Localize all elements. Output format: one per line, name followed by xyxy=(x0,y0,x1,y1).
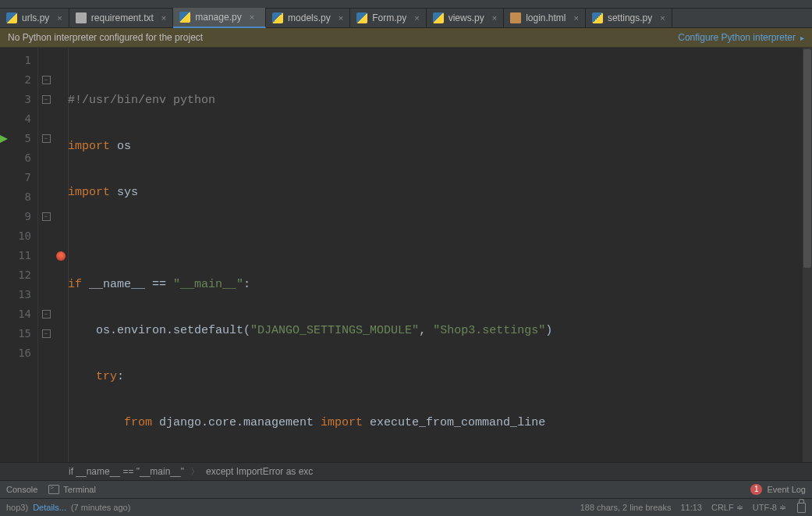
line-number: 9 xyxy=(0,207,37,226)
line-number: 10 xyxy=(0,226,37,246)
python-icon xyxy=(272,12,283,23)
python-icon xyxy=(179,12,190,23)
ide-window: urls.py × requirement.txt × manage.py × … xyxy=(0,0,812,516)
close-icon[interactable]: × xyxy=(161,13,166,23)
fold-toggle[interactable]: − xyxy=(38,90,54,109)
tab-label: requirement.txt xyxy=(91,12,154,23)
breadcrumb-segment[interactable]: if __name__ == "__main__" xyxy=(62,466,190,477)
line-number: 15 xyxy=(0,324,37,343)
line-number: 13 xyxy=(0,285,37,304)
interpreter-warning-banner: No Python interpreter configured for the… xyxy=(0,28,812,48)
code-line: os.environ.setdefault("DJANGO_SETTINGS_M… xyxy=(68,321,812,340)
terminal-tool-button[interactable]: Terminal xyxy=(48,485,96,494)
inspection-icon-column xyxy=(54,48,68,462)
line-number: 14 xyxy=(0,304,37,324)
code-line: import sys xyxy=(68,183,812,202)
line-number: 12 xyxy=(0,265,37,285)
tab-label: manage.py xyxy=(195,12,241,23)
fold-column: − − − − − − xyxy=(38,48,54,462)
editor-tabs: urls.py × requirement.txt × manage.py × … xyxy=(0,9,812,28)
svg-marker-0 xyxy=(0,135,8,143)
lock-icon[interactable] xyxy=(797,503,806,513)
selection-info: 188 chars, 2 line breaks xyxy=(580,503,672,512)
code-line: from django.core.management import execu… xyxy=(68,413,812,432)
tab-manage[interactable]: manage.py × xyxy=(173,8,266,28)
tab-form[interactable]: Form.py × xyxy=(350,9,426,27)
close-icon[interactable]: × xyxy=(573,13,578,23)
line-number: 5 xyxy=(0,129,37,148)
tab-requirement[interactable]: requirement.txt × xyxy=(69,9,173,27)
breadcrumb-segment[interactable]: except ImportError as exc xyxy=(200,466,319,477)
breadcrumb: if __name__ == "__main__" 〉 except Impor… xyxy=(0,462,812,480)
python-icon xyxy=(6,12,17,23)
line-number: 8 xyxy=(0,187,37,207)
tab-views[interactable]: views.py × xyxy=(427,9,504,27)
tab-label: models.py xyxy=(288,12,331,23)
code-line: try: xyxy=(68,367,812,386)
python-icon xyxy=(356,12,367,23)
close-icon[interactable]: × xyxy=(660,13,665,23)
scrollbar-thumb[interactable] xyxy=(803,49,811,268)
event-log-button[interactable]: Event Log xyxy=(767,485,806,494)
tab-label: settings.py xyxy=(608,12,652,23)
status-bar: hop3) Details... (7 minutes ago) 188 cha… xyxy=(0,498,812,516)
close-icon[interactable]: × xyxy=(492,13,497,23)
code-editor[interactable]: 1 2 3 4 5 6 7 8 9 10 11 12 13 14 15 16 −… xyxy=(0,48,812,462)
tab-label: login.html xyxy=(526,12,566,23)
close-icon[interactable]: × xyxy=(57,13,62,23)
fold-toggle[interactable]: − xyxy=(38,324,54,343)
tab-label: views.py xyxy=(449,12,484,23)
line-number: 6 xyxy=(0,148,37,168)
line-number: 2 xyxy=(0,70,37,90)
tab-models[interactable]: models.py × xyxy=(266,9,350,27)
console-tool-button[interactable]: Console xyxy=(6,485,37,494)
vertical-scrollbar[interactable] xyxy=(803,48,812,462)
run-gutter-icon[interactable] xyxy=(0,129,9,148)
code-area[interactable]: #!/usr/bin/env python import os import s… xyxy=(68,48,812,462)
tool-window-bar: Console Terminal 1 Event Log xyxy=(0,480,812,498)
caret-position: 11:13 xyxy=(680,503,702,512)
text-file-icon xyxy=(76,12,87,23)
status-time: (7 minutes ago) xyxy=(71,503,130,512)
tab-label: urls.py xyxy=(22,12,49,23)
event-count-badge: 1 xyxy=(750,484,763,495)
tab-label: Form.py xyxy=(372,12,406,23)
chevron-right-icon: 〉 xyxy=(190,465,200,479)
fold-toggle[interactable]: − xyxy=(38,207,54,226)
top-strip xyxy=(0,0,812,9)
code-line xyxy=(68,229,812,248)
status-text: hop3) xyxy=(6,503,28,512)
fold-toggle[interactable]: − xyxy=(38,129,54,148)
close-icon[interactable]: × xyxy=(414,13,419,23)
line-number-gutter: 1 2 3 4 5 6 7 8 9 10 11 12 13 14 15 16 xyxy=(0,48,38,462)
close-icon[interactable]: × xyxy=(339,13,343,23)
tab-settings[interactable]: settings.py × xyxy=(586,9,672,27)
fold-toggle[interactable]: − xyxy=(38,304,54,324)
line-number: 1 xyxy=(0,51,37,70)
line-number: 16 xyxy=(0,343,37,363)
fold-toggle[interactable]: − xyxy=(38,70,54,90)
line-number: 3 xyxy=(0,90,37,109)
html-file-icon xyxy=(510,12,521,23)
file-encoding[interactable]: UTF-8 ≑ xyxy=(753,503,786,513)
terminal-icon xyxy=(48,485,59,494)
code-line: #!/usr/bin/env python xyxy=(68,91,812,110)
close-icon[interactable]: × xyxy=(250,12,254,22)
code-line: except ImportError as exc: xyxy=(68,459,812,462)
banner-message: No Python interpreter configured for the… xyxy=(8,32,203,43)
details-link[interactable]: Details... xyxy=(33,503,66,512)
line-number: 4 xyxy=(0,109,37,129)
code-line: import os xyxy=(68,137,812,156)
line-separator[interactable]: CRLF ≑ xyxy=(711,503,743,513)
line-number: 11 xyxy=(0,246,37,265)
configure-interpreter-link[interactable]: Configure Python interpreter xyxy=(678,32,804,43)
tab-login[interactable]: login.html × xyxy=(504,9,586,27)
python-icon xyxy=(433,12,444,23)
python-icon xyxy=(592,12,603,23)
line-number: 7 xyxy=(0,168,37,187)
tab-urls[interactable]: urls.py × xyxy=(0,9,69,27)
intention-bulb-icon[interactable] xyxy=(54,246,68,265)
code-line: if __name__ == "__main__": xyxy=(68,275,812,294)
